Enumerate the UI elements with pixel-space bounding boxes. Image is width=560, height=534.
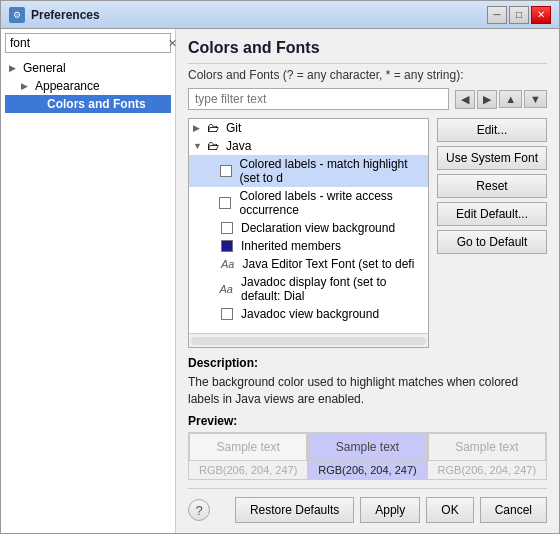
tree-item-appearance[interactable]: ▶ Appearance: [5, 77, 171, 95]
preview-sample-default2: Sample text RGB(206, 204, 247): [428, 432, 547, 480]
description-text: The background color used to highlight m…: [188, 374, 547, 408]
pref-item-javadoc-display[interactable]: Aa Javadoc display font (set to default:…: [189, 273, 428, 305]
window-icon: ⚙: [9, 7, 25, 23]
checkbox-icon: [220, 165, 232, 177]
scrollbar-track: [191, 337, 426, 345]
pref-item-label: Colored labels - match highlight (set to…: [240, 157, 422, 185]
font-icon: Aa: [220, 283, 233, 295]
bottom-left: ?: [188, 499, 210, 521]
pref-item-git[interactable]: ▶ 🗁 Git: [189, 119, 428, 137]
window-title: Preferences: [31, 8, 100, 22]
sample-rgb-highlighted: RGB(206, 204, 247): [308, 461, 426, 479]
main-content: ▶ 🗁 Git ▼ 🗁 Java: [188, 118, 547, 348]
chevron-icon: ▶: [193, 123, 203, 133]
pref-item-label: Java Editor Text Font (set to defi: [242, 257, 414, 271]
checkbox-icon: [221, 240, 233, 252]
maximize-button[interactable]: □: [509, 6, 529, 24]
pref-item-label: Javadoc view background: [241, 307, 379, 321]
preview-sample-highlighted: Sample text RGB(206, 204, 247): [308, 432, 427, 480]
checkbox-icon: [221, 308, 233, 320]
folder-icon: 🗁: [207, 121, 219, 135]
preferences-window: ⚙ Preferences ─ □ ✕ ✕ ▶ General ▶: [0, 0, 560, 534]
nav-back-button[interactable]: ◀: [455, 90, 475, 109]
pref-item-java[interactable]: ▼ 🗁 Java: [189, 137, 428, 155]
titlebar-buttons: ─ □ ✕: [487, 6, 551, 24]
left-panel: ✕ ▶ General ▶ Appearance Colors and Font…: [1, 29, 176, 533]
pref-item-label: Java: [226, 139, 251, 153]
edit-default-button[interactable]: Edit Default...: [437, 202, 547, 226]
search-input[interactable]: [6, 34, 164, 52]
horizontal-scrollbar[interactable]: [189, 333, 428, 347]
nav-arrows: ◀ ▶ ▲ ▼: [455, 90, 547, 109]
sample-text-default: Sample text: [189, 433, 307, 461]
tree-item-label: Colors and Fonts: [47, 97, 146, 111]
bottom-area: ? Restore Defaults Apply OK Cancel: [188, 488, 547, 523]
panel-subtitle: Colors and Fonts (? = any character, * =…: [188, 68, 547, 82]
nav-up-button[interactable]: ▲: [499, 90, 522, 108]
tree-item-label: Appearance: [35, 79, 100, 93]
reset-button[interactable]: Reset: [437, 174, 547, 198]
pref-item-label: Git: [226, 121, 241, 135]
description-label: Description:: [188, 356, 547, 370]
use-system-font-button[interactable]: Use System Font: [437, 146, 547, 170]
cancel-button[interactable]: Cancel: [480, 497, 547, 523]
pref-item-colored-match[interactable]: Colored labels - match highlight (set to…: [189, 155, 428, 187]
pref-item-java-editor-font[interactable]: Aa Java Editor Text Font (set to defi: [189, 255, 428, 273]
preview-samples: Sample text RGB(206, 204, 247) Sample te…: [188, 432, 547, 480]
titlebar-left: ⚙ Preferences: [9, 7, 100, 23]
sample-rgb-default2: RGB(206, 204, 247): [428, 461, 546, 479]
folder-icon: 🗁: [207, 139, 219, 153]
titlebar: ⚙ Preferences ─ □ ✕: [1, 1, 559, 29]
pref-item-inherited[interactable]: Inherited members: [189, 237, 428, 255]
filter-area: ◀ ▶ ▲ ▼: [188, 88, 547, 110]
chevron-icon: ▶: [9, 63, 19, 73]
description-area: Description: The background color used t…: [188, 356, 547, 408]
preview-area: Preview: Sample text RGB(206, 204, 247) …: [188, 414, 547, 480]
tree-item-label: General: [23, 61, 66, 75]
pref-item-decl-view[interactable]: Declaration view background: [189, 219, 428, 237]
checkbox-icon: [221, 222, 233, 234]
apply-button[interactable]: Apply: [360, 497, 420, 523]
nav-down-button[interactable]: ▼: [524, 90, 547, 108]
nav-fwd-button[interactable]: ▶: [477, 90, 497, 109]
left-tree: ▶ General ▶ Appearance Colors and Fonts: [5, 59, 171, 529]
help-button[interactable]: ?: [188, 499, 210, 521]
pref-tree-section: ▶ 🗁 Git ▼ 🗁 Java: [188, 118, 429, 348]
pref-item-label: Javadoc display font (set to default: Di…: [241, 275, 422, 303]
go-to-default-button[interactable]: Go to Default: [437, 230, 547, 254]
sample-text-default2: Sample text: [428, 433, 546, 461]
close-button[interactable]: ✕: [531, 6, 551, 24]
pref-item-label: Inherited members: [241, 239, 341, 253]
restore-defaults-button[interactable]: Restore Defaults: [235, 497, 354, 523]
ok-button[interactable]: OK: [426, 497, 473, 523]
panel-title: Colors and Fonts: [188, 39, 547, 64]
pref-item-colored-write[interactable]: Colored labels - write access occurrence: [189, 187, 428, 219]
content-area: ✕ ▶ General ▶ Appearance Colors and Font…: [1, 29, 559, 533]
preview-sample-default: Sample text RGB(206, 204, 247): [188, 432, 308, 480]
sample-text-highlighted: Sample text: [308, 433, 426, 461]
left-search-box: ✕: [5, 33, 171, 53]
edit-button[interactable]: Edit...: [437, 118, 547, 142]
minimize-button[interactable]: ─: [487, 6, 507, 24]
pref-item-label: Colored labels - write access occurrence: [239, 189, 422, 217]
side-buttons: Edit... Use System Font Reset Edit Defau…: [437, 118, 547, 348]
preview-label: Preview:: [188, 414, 547, 428]
tree-item-general[interactable]: ▶ General: [5, 59, 171, 77]
bottom-right: Restore Defaults Apply OK Cancel: [235, 497, 547, 523]
chevron-icon: ▶: [21, 81, 31, 91]
font-icon: Aa: [221, 258, 234, 270]
sample-rgb-default: RGB(206, 204, 247): [189, 461, 307, 479]
filter-input[interactable]: [188, 88, 449, 110]
checkbox-icon: [219, 197, 231, 209]
right-panel: Colors and Fonts Colors and Fonts (? = a…: [176, 29, 559, 533]
pref-item-javadoc-view[interactable]: Javadoc view background: [189, 305, 428, 323]
pref-item-label: Declaration view background: [241, 221, 395, 235]
tree-item-colors-fonts[interactable]: Colors and Fonts: [5, 95, 171, 113]
chevron-icon: ▼: [193, 141, 203, 151]
